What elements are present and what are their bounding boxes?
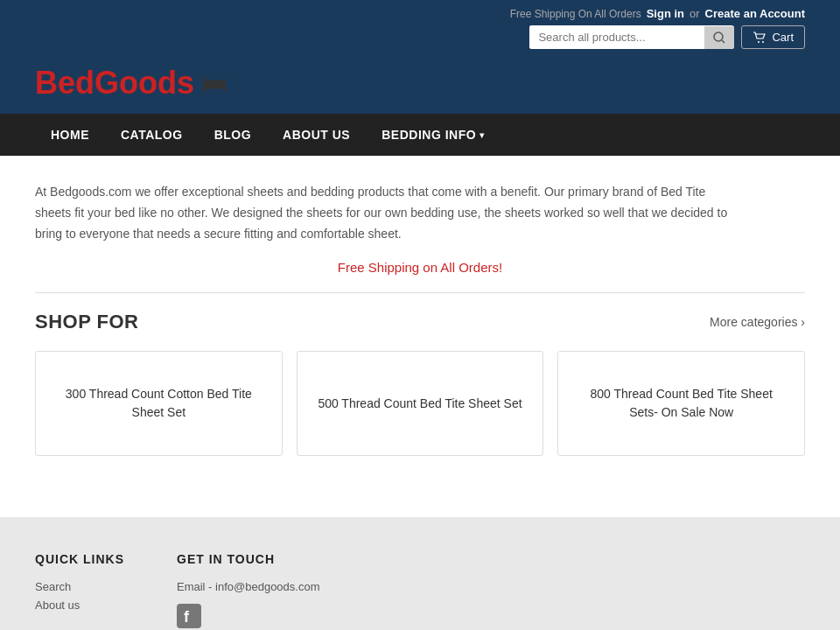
search-cart-row: Cart (529, 25, 805, 49)
chevron-down-icon: ▾ (480, 130, 485, 140)
search-box (529, 25, 734, 49)
header-top: Free Shipping On All Orders Sign in or C… (0, 0, 840, 56)
product-card-3[interactable]: 800 Thread Count Bed Tite Sheet Sets- On… (557, 351, 805, 456)
nav-home[interactable]: HOME (35, 114, 105, 156)
nav-bar: HOME CATALOG BLOG ABOUT US BEDDING INFO … (0, 114, 840, 156)
cart-label: Cart (772, 31, 794, 44)
logo[interactable]: BedGoods 🛏 (35, 65, 226, 102)
shop-for-title: SHOP FOR (35, 311, 139, 333)
quick-links-title: QUICK LINKS (35, 552, 124, 566)
free-shipping-promo: Free Shipping on All Orders! (35, 260, 805, 275)
product-card-2[interactable]: 500 Thread Count Bed Tite Sheet Set (297, 351, 544, 456)
sign-in-link[interactable]: Sign in (647, 7, 684, 20)
product-card-1[interactable]: 300 Thread Count Cotton Bed Tite Sheet S… (35, 351, 283, 456)
svg-point-2 (758, 41, 760, 43)
contact-email: Email - info@bedgoods.com (177, 580, 320, 593)
search-icon (713, 32, 725, 44)
logo-icon: 🛏 (201, 69, 226, 98)
nav-about-us[interactable]: ABOUT US (267, 114, 366, 156)
footer-about-link[interactable]: About us (35, 598, 124, 612)
more-categories-link[interactable]: More categories › (710, 315, 805, 329)
svg-rect-4 (177, 604, 201, 628)
products-grid: 300 Thread Count Cotton Bed Tite Sheet S… (35, 351, 805, 456)
footer-search-link[interactable]: Search (35, 580, 124, 593)
product-title-2: 500 Thread Count Bed Tite Sheet Set (318, 395, 522, 413)
or-text: or (690, 7, 700, 20)
nav-bedding-info-label: BEDDING INFO (382, 128, 476, 142)
create-account-link[interactable]: Create an Account (705, 7, 805, 20)
header-top-right: Free Shipping On All Orders Sign in or C… (510, 7, 805, 49)
cart-button[interactable]: Cart (741, 25, 805, 49)
auth-links: Free Shipping On All Orders Sign in or C… (510, 7, 805, 20)
nav-blog[interactable]: BLOG (199, 114, 267, 156)
cart-icon (752, 32, 766, 44)
shop-for-header: SHOP FOR More categories › (35, 311, 805, 333)
footer: QUICK LINKS Search About us GET IN TOUCH… (0, 517, 840, 630)
nav-catalog[interactable]: CATALOG (105, 114, 199, 156)
header-logo: BedGoods 🛏 (0, 56, 840, 114)
about-text: At Bedgoods.com we offer exceptional she… (35, 182, 735, 244)
footer-quick-links: QUICK LINKS Search About us (35, 552, 124, 630)
nav-bedding-info[interactable]: BEDDING INFO ▾ (366, 114, 500, 156)
svg-text:f: f (184, 608, 190, 626)
product-title-3: 800 Thread Count Bed Tite Sheet Sets- On… (576, 385, 787, 422)
footer-top: QUICK LINKS Search About us GET IN TOUCH… (35, 552, 805, 630)
footer-contact: GET IN TOUCH Email - info@bedgoods.com f (177, 552, 320, 630)
logo-text: BedGoods (35, 65, 194, 102)
facebook-icon[interactable]: f (177, 604, 320, 630)
search-input[interactable] (529, 25, 704, 49)
divider (35, 292, 805, 293)
svg-point-0 (714, 32, 723, 41)
product-title-1: 300 Thread Count Cotton Bed Tite Sheet S… (53, 385, 264, 422)
main-content: At Bedgoods.com we offer exceptional she… (0, 156, 840, 482)
get-in-touch-title: GET IN TOUCH (177, 552, 320, 566)
free-shipping-top: Free Shipping On All Orders (510, 8, 641, 20)
svg-line-1 (722, 40, 724, 43)
search-button[interactable] (704, 26, 734, 49)
svg-point-3 (762, 41, 764, 43)
